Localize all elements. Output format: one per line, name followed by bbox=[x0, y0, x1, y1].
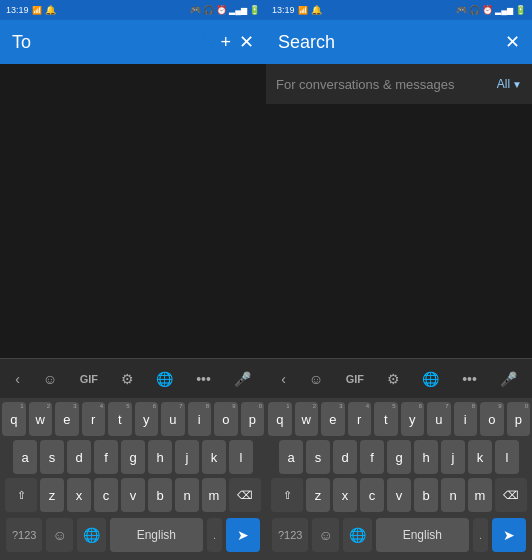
language-key-right[interactable]: English bbox=[376, 518, 469, 552]
mic-icon-right[interactable]: 🎤 bbox=[494, 367, 523, 391]
key-k-right[interactable]: k bbox=[468, 440, 492, 474]
globe-icon-left[interactable]: 🌐 bbox=[77, 518, 106, 552]
keyboard-right: 1q 2w 3e 4r 5t 6y 7u 8i 9o 0p a s d f g … bbox=[266, 398, 532, 560]
key-c-left[interactable]: c bbox=[94, 478, 118, 512]
zxcv-row-left: ⇧ z x c v b n m ⌫ bbox=[2, 478, 264, 512]
search-filter-btn[interactable]: All ▼ bbox=[497, 77, 522, 91]
emoji-icon[interactable]: ☺ bbox=[37, 367, 63, 391]
key-l-right[interactable]: l bbox=[495, 440, 519, 474]
key-h-left[interactable]: h bbox=[148, 440, 172, 474]
key-i-left[interactable]: 8i bbox=[188, 402, 212, 436]
key-q-right[interactable]: 1q bbox=[268, 402, 292, 436]
mic-icon[interactable]: 🎤 bbox=[228, 367, 257, 391]
gif-button[interactable]: GIF bbox=[74, 369, 104, 389]
num-switch-left[interactable]: ?123 bbox=[6, 518, 42, 552]
settings-icon-right[interactable]: ⚙ bbox=[381, 367, 406, 391]
enter-key-left[interactable]: ➤ bbox=[226, 518, 260, 552]
key-u-right[interactable]: 7u bbox=[427, 402, 451, 436]
key-g-left[interactable]: g bbox=[121, 440, 145, 474]
key-s-left[interactable]: s bbox=[40, 440, 64, 474]
period-key-left[interactable]: . bbox=[207, 518, 222, 552]
more-options-icon-right[interactable]: ••• bbox=[456, 367, 483, 391]
key-p-left[interactable]: 0p bbox=[241, 402, 265, 436]
key-j-left[interactable]: j bbox=[175, 440, 199, 474]
key-r-left[interactable]: 4r bbox=[82, 402, 106, 436]
translate-icon-right[interactable]: 🌐 bbox=[416, 367, 445, 391]
asdf-row-left: a s d f g h j k l bbox=[2, 440, 264, 474]
key-d-right[interactable]: d bbox=[333, 440, 357, 474]
emoji-switch-left[interactable]: ☺ bbox=[46, 518, 72, 552]
shift-key-right[interactable]: ⇧ bbox=[271, 478, 303, 512]
asdf-row-right: a s d f g h j k l bbox=[268, 440, 530, 474]
key-g-right[interactable]: g bbox=[387, 440, 411, 474]
key-y-left[interactable]: 6y bbox=[135, 402, 159, 436]
key-x-left[interactable]: x bbox=[67, 478, 91, 512]
backspace-key-left[interactable]: ⌫ bbox=[229, 478, 261, 512]
key-m-left[interactable]: m bbox=[202, 478, 226, 512]
shift-key-left[interactable]: ⇧ bbox=[5, 478, 37, 512]
key-r-right[interactable]: 4r bbox=[348, 402, 372, 436]
key-t-right[interactable]: 5t bbox=[374, 402, 398, 436]
key-f-left[interactable]: f bbox=[94, 440, 118, 474]
back-arrow-icon-right[interactable]: ‹ bbox=[275, 367, 292, 391]
emoji-icon-right[interactable]: ☺ bbox=[303, 367, 329, 391]
globe-icon-right[interactable]: 🌐 bbox=[343, 518, 372, 552]
key-m-right[interactable]: m bbox=[468, 478, 492, 512]
game-icon: 🎮 bbox=[190, 5, 201, 15]
translate-icon[interactable]: 🌐 bbox=[150, 367, 179, 391]
key-l-left[interactable]: l bbox=[229, 440, 253, 474]
key-o-left[interactable]: 9o bbox=[214, 402, 238, 436]
language-key-left[interactable]: English bbox=[110, 518, 203, 552]
key-z-left[interactable]: z bbox=[40, 478, 64, 512]
num-switch-right[interactable]: ?123 bbox=[272, 518, 308, 552]
enter-key-right[interactable]: ➤ bbox=[492, 518, 526, 552]
key-w-left[interactable]: 2w bbox=[29, 402, 53, 436]
key-b-right[interactable]: b bbox=[414, 478, 438, 512]
close-search-icon[interactable]: ✕ bbox=[505, 31, 520, 53]
key-o-right[interactable]: 9o bbox=[480, 402, 504, 436]
key-c-right[interactable]: c bbox=[360, 478, 384, 512]
key-t-left[interactable]: 5t bbox=[108, 402, 132, 436]
period-key-right[interactable]: . bbox=[473, 518, 488, 552]
key-n-right[interactable]: n bbox=[441, 478, 465, 512]
compose-content bbox=[0, 64, 266, 358]
key-f-right[interactable]: f bbox=[360, 440, 384, 474]
back-arrow-icon[interactable]: ‹ bbox=[9, 367, 26, 391]
key-b-left[interactable]: b bbox=[148, 478, 172, 512]
key-a-left[interactable]: a bbox=[13, 440, 37, 474]
key-n-left[interactable]: n bbox=[175, 478, 199, 512]
key-u-left[interactable]: 7u bbox=[161, 402, 185, 436]
backspace-key-right[interactable]: ⌫ bbox=[495, 478, 527, 512]
emoji-switch-right[interactable]: ☺ bbox=[312, 518, 338, 552]
more-options-icon[interactable]: ••• bbox=[190, 367, 217, 391]
key-v-right[interactable]: v bbox=[387, 478, 411, 512]
key-y-right[interactable]: 6y bbox=[401, 402, 425, 436]
notif-icon: 🔔 bbox=[45, 5, 56, 15]
battery-icon: 🔋 bbox=[249, 5, 260, 15]
key-z-right[interactable]: z bbox=[306, 478, 330, 512]
key-q-left[interactable]: 1q bbox=[2, 402, 26, 436]
key-v-left[interactable]: v bbox=[121, 478, 145, 512]
search-content bbox=[266, 104, 532, 358]
key-w-right[interactable]: 2w bbox=[295, 402, 319, 436]
settings-icon[interactable]: ⚙ bbox=[115, 367, 140, 391]
key-x-right[interactable]: x bbox=[333, 478, 357, 512]
key-e-left[interactable]: 3e bbox=[55, 402, 79, 436]
search-placeholder[interactable]: For conversations & messages bbox=[276, 77, 491, 92]
key-d-left[interactable]: d bbox=[67, 440, 91, 474]
key-h-right[interactable]: h bbox=[414, 440, 438, 474]
keyboard-left: 1q 2w 3e 4r 5t 6y 7u 8i 9o 0p a s d f g … bbox=[0, 398, 266, 560]
key-a-right[interactable]: a bbox=[279, 440, 303, 474]
key-s-right[interactable]: s bbox=[306, 440, 330, 474]
key-k-left[interactable]: k bbox=[202, 440, 226, 474]
number-row-right: 1q 2w 3e 4r 5t 6y 7u 8i 9o 0p bbox=[268, 402, 530, 436]
key-j-right[interactable]: j bbox=[441, 440, 465, 474]
key-i-right[interactable]: 8i bbox=[454, 402, 478, 436]
time-right: 13:19 bbox=[272, 5, 295, 15]
add-contact-icon[interactable]: 👤+ bbox=[198, 31, 231, 53]
key-e-right[interactable]: 3e bbox=[321, 402, 345, 436]
gif-button-right[interactable]: GIF bbox=[340, 369, 370, 389]
close-compose-icon[interactable]: ✕ bbox=[239, 31, 254, 53]
search-bar[interactable]: For conversations & messages All ▼ bbox=[266, 64, 532, 104]
key-p-right[interactable]: 0p bbox=[507, 402, 531, 436]
